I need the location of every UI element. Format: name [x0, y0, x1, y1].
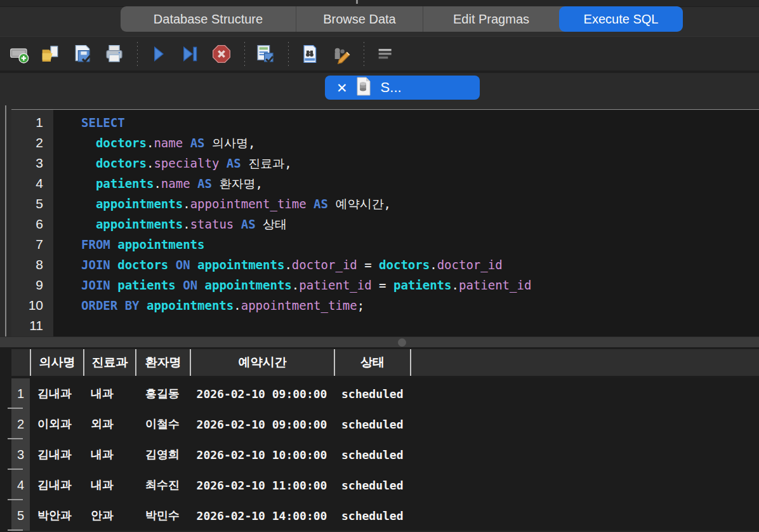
results-header-row: 의사명진료과환자명예약시간상태 [11, 349, 759, 376]
sql-plain-text [81, 136, 96, 150]
save-results-icon[interactable] [254, 41, 277, 67]
row-number[interactable]: 5 [11, 500, 30, 531]
table-cell[interactable]: 김내과 [30, 470, 83, 500]
table-cell[interactable]: scheduled [334, 500, 411, 531]
table-cell[interactable]: 2026-02-10 10:00:00 [190, 439, 334, 470]
sql-code-line[interactable]: patients.name AS 환자명, [81, 173, 759, 194]
sql-plain-text [307, 197, 314, 211]
stop-icon[interactable] [210, 41, 233, 67]
sql-plain-text [81, 176, 96, 190]
table-cell[interactable]: scheduled [334, 439, 411, 470]
sql-code-line[interactable]: appointments.status AS 상태 [81, 214, 759, 234]
sql-code-line[interactable]: ORDER BY appointments.appointment_time; [81, 295, 759, 316]
table-cell[interactable]: 2026-02-10 11:00:00 [190, 470, 334, 500]
tab-execute-sql[interactable]: Execute SQL [559, 6, 683, 32]
editor-results-splitter [0, 336, 759, 348]
line-number: 8 [11, 255, 53, 275]
new-sql-tab-icon[interactable] [8, 41, 30, 67]
table-cell[interactable]: 2026-02-10 09:00:00 [190, 409, 334, 439]
table-cell[interactable]: 박민수 [135, 500, 190, 531]
execute-current-line-icon[interactable] [178, 41, 201, 67]
sql-column-name: appointment_time [241, 298, 357, 312]
table-cell[interactable]: 홍길동 [135, 378, 190, 409]
table-row[interactable]: 4김내과내과최수진2026-02-10 11:00:00scheduled [11, 470, 759, 500]
sql-document-icon [355, 77, 372, 98]
table-cell[interactable]: 2026-02-10 09:00:00 [190, 378, 334, 409]
row-number[interactable]: 2 [11, 409, 30, 439]
column-header-4[interactable]: 예약시간 [190, 349, 334, 376]
table-cell[interactable]: 내과 [83, 470, 135, 500]
toolbar-separator [364, 42, 364, 66]
sql-column-name: doctor_id [292, 258, 357, 272]
sql-code-line[interactable]: JOIN patients ON appointments.patient_id… [81, 275, 759, 295]
sql-column-name: name [154, 136, 183, 150]
execute-all-icon[interactable] [147, 41, 169, 67]
db-browser-window: Database Structure Browse Data Edit Prag… [0, 0, 759, 532]
row-number[interactable]: 4 [11, 470, 30, 500]
splitter-handle[interactable] [398, 338, 406, 347]
tab-browse-data[interactable]: Browse Data [296, 6, 423, 32]
column-header-3[interactable]: 환자명 [135, 349, 190, 376]
sql-plain-text [190, 176, 197, 190]
sql-editor-tab[interactable]: ✕ S... [325, 76, 480, 100]
table-cell[interactable]: 이철수 [135, 409, 190, 439]
table-cell-filler [411, 500, 759, 531]
table-cell[interactable]: 내과 [83, 378, 135, 409]
row-number[interactable]: 1 [11, 378, 30, 409]
close-icon[interactable]: ✕ [336, 81, 348, 95]
sql-plain-text: ; [357, 298, 364, 312]
table-cell[interactable]: 2026-02-10 14:00:00 [190, 500, 334, 531]
find-in-sql-icon[interactable] [298, 41, 320, 67]
edit-sql-icon[interactable] [329, 41, 352, 67]
sql-column-name: patient_id [299, 278, 371, 292]
row-number[interactable]: 3 [11, 439, 30, 470]
sql-plain-text: 의사명, [205, 136, 256, 150]
sql-plain-text: . [183, 197, 190, 211]
save-sql-file-icon[interactable] [71, 41, 94, 67]
sql-plain-text [190, 258, 197, 272]
table-cell[interactable]: 최수진 [135, 470, 190, 500]
sql-code-line[interactable]: appointments.appointment_time AS 예약시간, [81, 194, 759, 214]
column-header-5[interactable]: 상태 [334, 349, 411, 376]
table-row[interactable]: 1김내과내과홍길동2026-02-10 09:00:00scheduled [11, 378, 759, 409]
table-cell[interactable]: 김영희 [135, 439, 190, 470]
tab-database-structure[interactable]: Database Structure [121, 6, 296, 32]
table-row[interactable]: 5박안과안과박민수2026-02-10 14:00:00scheduled [11, 500, 759, 531]
sql-keyword: ON [176, 258, 190, 272]
word-wrap-icon[interactable] [373, 41, 396, 67]
column-header-1[interactable]: 의사명 [30, 349, 83, 376]
sql-table-name: doctors [96, 156, 147, 170]
sql-plain-text [140, 298, 147, 312]
sql-code-line[interactable]: doctors.name AS 의사명, [81, 133, 759, 153]
sql-code-area[interactable]: SELECT doctors.name AS 의사명, doctors.spec… [53, 110, 759, 337]
sql-keyword: SELECT [81, 116, 125, 130]
sql-code-line[interactable]: JOIN doctors ON appointments.doctor_id =… [81, 255, 759, 275]
sql-plain-text: 예약시간, [328, 197, 391, 211]
table-cell[interactable]: scheduled [334, 470, 411, 500]
sql-code-line[interactable] [81, 316, 759, 336]
print-icon[interactable] [103, 41, 126, 67]
table-cell[interactable]: 박안과 [30, 500, 83, 531]
table-row[interactable]: 3김내과내과김영희2026-02-10 10:00:00scheduled [11, 439, 759, 470]
open-sql-file-icon[interactable] [39, 41, 62, 67]
sql-code-line[interactable]: doctors.specialty AS 진료과, [81, 153, 759, 173]
table-row[interactable]: 2이외과외과이철수2026-02-10 09:00:00scheduled [11, 409, 759, 439]
table-cell[interactable]: 내과 [83, 439, 135, 470]
sql-plain-text [219, 156, 226, 170]
table-cell[interactable]: 김내과 [30, 439, 83, 470]
table-cell[interactable]: scheduled [334, 378, 411, 409]
table-cell[interactable]: 이외과 [30, 409, 83, 439]
sql-plain-text: 상태 [256, 217, 287, 231]
sql-keyword: AS [314, 197, 328, 211]
sql-code-line[interactable]: FROM appointments [81, 234, 759, 255]
table-cell[interactable]: 안과 [83, 500, 135, 531]
column-header-2[interactable]: 진료과 [83, 349, 135, 376]
table-cell[interactable]: 외과 [83, 409, 135, 439]
sql-table-name: patients [117, 278, 176, 292]
sql-column-name: doctor_id [437, 258, 503, 272]
table-cell[interactable]: scheduled [334, 409, 411, 439]
sql-plain-text [197, 278, 204, 292]
table-cell[interactable]: 김내과 [30, 378, 83, 409]
sql-code-line[interactable]: SELECT [81, 112, 759, 133]
tab-edit-pragmas[interactable]: Edit Pragmas [423, 6, 559, 32]
